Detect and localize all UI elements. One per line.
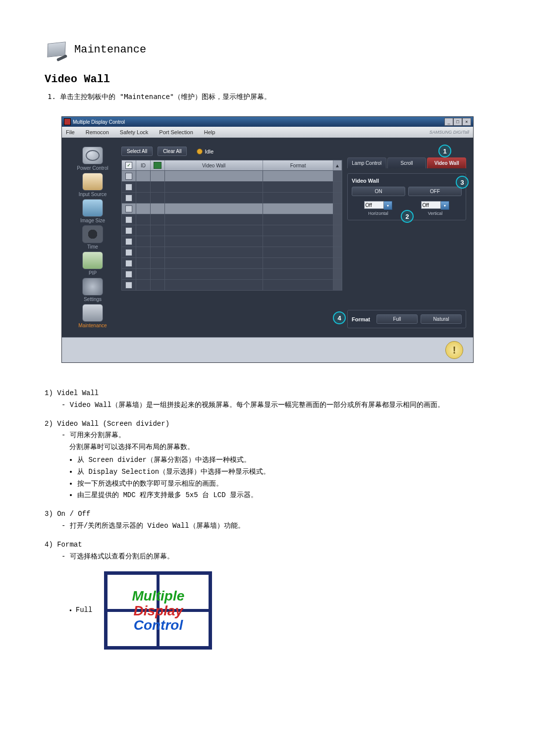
row-check[interactable] [122, 257, 136, 268]
select-all-button[interactable]: Select All [121, 147, 153, 156]
vertical-select[interactable]: ▾ [421, 201, 450, 210]
sidebar-item-maintenance[interactable]: Maintenance [69, 304, 116, 328]
panel-title-format: Format [352, 316, 374, 322]
menu-file[interactable]: File [66, 129, 75, 135]
format-full-diagram: Multiple Display Control [104, 571, 212, 650]
vertical-label: Vertical [409, 211, 462, 216]
step-1-text: 1. 单击主控制板中的 "Maintenance"（维护）图标，显示维护屏幕。 [48, 93, 490, 101]
pip-icon [82, 252, 103, 269]
minimize-button[interactable]: _ [444, 118, 453, 126]
sidebar-item-time[interactable]: Time [69, 225, 116, 250]
sidebar-item-power[interactable]: Power Control [69, 147, 116, 171]
desc-1-body: - Video Wall（屏幕墙）是一组拼接起来的视频屏幕。每个屏幕显示一幅完整… [45, 400, 490, 411]
chevron-down-icon[interactable]: ▾ [384, 201, 392, 210]
format-full-label: Full [69, 605, 92, 616]
row-check[interactable] [122, 236, 136, 247]
tab-lamp-control[interactable]: Lamp Control [347, 157, 386, 168]
menu-port-selection[interactable]: Port Selection [159, 129, 193, 135]
videowall-on-button[interactable]: ON [352, 187, 405, 196]
desc-2-bullet-1: 从 Screen divider（屏幕分割器）中选择一种模式。 [77, 454, 490, 466]
app-icon [64, 118, 71, 125]
sidebar: Power Control Input Source Image Size Ti… [69, 147, 116, 328]
sidebar-item-settings[interactable]: Settings [69, 278, 116, 302]
desc-4-title: 4) Format [45, 539, 490, 551]
desc-2-line-b: 分割屏幕时可以选择不同布局的屏幕数。 [45, 442, 490, 454]
annotation-marker-1: 1 [438, 145, 451, 157]
format-natural-button[interactable]: Natural [421, 314, 462, 324]
grid-header-check[interactable]: ✓ [122, 160, 136, 170]
input-icon [82, 173, 103, 191]
desc-2-bullet-3: 按一下所选模式中的数字即可显示相应的画面。 [77, 478, 490, 490]
horizontal-select[interactable]: ▾ [364, 201, 393, 210]
desc-2-bullet-4: 由三星提供的 MDC 程序支持最多 5x5 台 LCD 显示器。 [77, 490, 490, 502]
display-grid: ✓ ID Video Wall Format ▲ [121, 160, 342, 291]
maximize-button[interactable]: □ [453, 118, 462, 126]
desc-2-bullet-2: 从 Display Selection（显示选择）中选择一种显示模式。 [77, 466, 490, 478]
grid-header-videowall: Video Wall [165, 160, 263, 170]
section-title: Video Wall [45, 73, 490, 86]
sidebar-item-pip[interactable]: PIP [69, 252, 116, 276]
row-check[interactable] [122, 203, 136, 214]
desc-3-title: 3) On / Off [45, 508, 490, 520]
row-check[interactable] [122, 268, 136, 279]
menu-help[interactable]: Help [204, 129, 215, 135]
desc-2-line-a: - 可用来分割屏幕。 [45, 430, 490, 442]
desc-4-body: - 可选择格式以查看分割后的屏幕。 [45, 551, 490, 563]
diagram-text-1: Multiple [132, 589, 185, 603]
desc-1-title: 1) Videl Wall [45, 388, 490, 400]
horizontal-label: Horizontal [352, 211, 405, 216]
chevron-down-icon[interactable]: ▾ [441, 201, 449, 210]
alert-icon: ! [445, 341, 463, 359]
maintenance-icon [45, 40, 68, 59]
annotation-marker-3: 3 [456, 176, 469, 189]
app-window: Multiple Display Control _ □ × File Remo… [61, 116, 474, 363]
tab-scroll[interactable]: Scroll [387, 157, 427, 168]
menu-safety-lock[interactable]: Safety Lock [120, 129, 148, 135]
panel-title-videowall: Video Wall [352, 178, 462, 184]
row-check[interactable] [122, 170, 136, 181]
power-icon [82, 147, 103, 164]
grid-header-type [151, 160, 165, 170]
annotation-marker-4: 4 [333, 311, 346, 324]
row-check[interactable] [122, 181, 136, 192]
horizontal-value[interactable] [364, 201, 384, 209]
tab-video-wall[interactable]: Video Wall [427, 157, 466, 168]
status-dot-icon [197, 149, 203, 154]
status-label: Idle [205, 149, 214, 154]
diagram-text-3: Control [134, 618, 183, 632]
row-check[interactable] [122, 279, 136, 290]
grid-header-id: ID [136, 160, 151, 170]
row-check[interactable] [122, 225, 136, 236]
sidebar-item-input[interactable]: Input Source [69, 173, 116, 197]
settings-icon [82, 278, 103, 296]
sidebar-item-image[interactable]: Image Size [69, 199, 116, 223]
row-check[interactable] [122, 214, 136, 225]
videowall-off-button[interactable]: OFF [408, 187, 462, 196]
brand-label: SAMSUNG DIGITall [429, 130, 469, 135]
maintenance-sidebar-icon [82, 304, 103, 322]
clear-all-button[interactable]: Clear All [158, 147, 187, 156]
desc-2-title: 2) Video Wall (Screen divider) [45, 418, 490, 430]
format-full-button[interactable]: Full [376, 314, 418, 324]
image-icon [82, 199, 103, 217]
grid-scroll-up[interactable]: ▲ [333, 160, 342, 170]
time-icon [82, 225, 103, 243]
row-check[interactable] [122, 247, 136, 257]
grid-header-format: Format [263, 160, 333, 170]
close-button[interactable]: × [462, 118, 471, 126]
vertical-value[interactable] [421, 201, 441, 209]
row-check[interactable] [122, 192, 136, 203]
window-title: Multiple Display Control [73, 119, 125, 125]
annotation-marker-2: 2 [401, 210, 414, 223]
page-title: Maintenance [74, 44, 146, 56]
menu-remocon[interactable]: Remocon [86, 129, 109, 135]
desc-3-body: - 打开/关闭所选显示器的 Video Wall（屏幕墙）功能。 [45, 520, 490, 532]
diagram-text-2: Display [134, 604, 183, 618]
